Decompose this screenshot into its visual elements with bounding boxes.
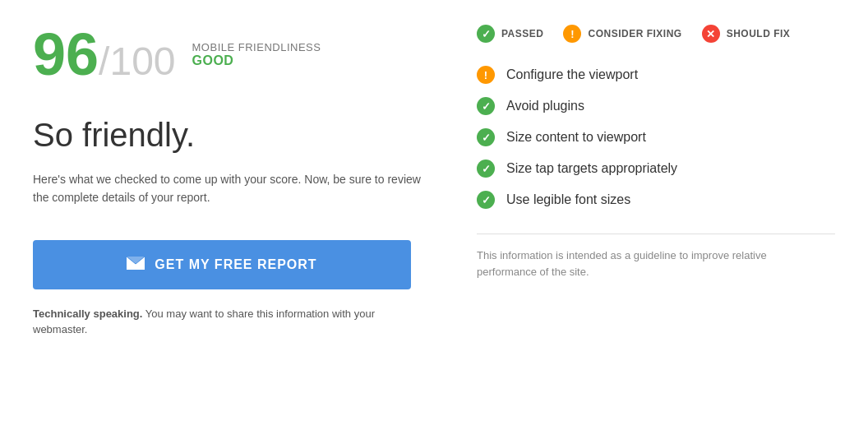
cta-label: GET MY FREE REPORT — [155, 257, 316, 272]
checklist-item-4: ✓ Use legible font sizes — [477, 191, 835, 209]
consider-icon: ! — [563, 25, 581, 43]
checklist-item-0: ! Configure the viewport — [477, 66, 835, 84]
item-icon-0: ! — [477, 66, 495, 84]
score-separator: / — [99, 42, 109, 81]
score-label: MOBILE FRIENDLINESS GOOD — [192, 41, 321, 68]
checklist: ! Configure the viewport ✓ Avoid plugins… — [477, 66, 835, 209]
item-label-1: Avoid plugins — [506, 99, 584, 113]
legend-consider: ! CONSIDER FIXING — [563, 25, 681, 43]
checklist-item-3: ✓ Size tap targets appropriately — [477, 160, 835, 178]
section-divider — [477, 234, 835, 234]
main-container: 96 / 100 MOBILE FRIENDLINESS GOOD So fri… — [0, 0, 868, 444]
main-heading: So friendly. — [33, 117, 427, 154]
should-icon: ✕ — [702, 25, 720, 43]
score-total: 100 — [109, 42, 175, 81]
footnote: Technically speaking. You may want to sh… — [33, 306, 427, 338]
envelope-icon — [127, 257, 145, 273]
item-label-2: Size content to viewport — [506, 130, 646, 145]
passed-icon: ✓ — [477, 25, 495, 43]
item-label-3: Size tap targets appropriately — [506, 161, 677, 176]
item-label-0: Configure the viewport — [506, 67, 638, 82]
consider-label: CONSIDER FIXING — [588, 28, 681, 39]
score-section: 96 / 100 MOBILE FRIENDLINESS GOOD — [33, 25, 427, 84]
item-icon-1: ✓ — [477, 97, 495, 115]
score-title: MOBILE FRIENDLINESS — [192, 41, 321, 53]
left-panel: 96 / 100 MOBILE FRIENDLINESS GOOD So fri… — [33, 25, 427, 419]
item-icon-4: ✓ — [477, 191, 495, 209]
item-icon-2: ✓ — [477, 128, 495, 146]
should-label: SHOULD FIX — [727, 28, 791, 39]
legend-should: ✕ SHOULD FIX — [702, 25, 791, 43]
right-panel: ✓ PASSED ! CONSIDER FIXING ✕ SHOULD FIX … — [477, 25, 835, 419]
passed-label: PASSED — [501, 28, 543, 39]
description-text: Here's what we checked to come up with y… — [33, 170, 427, 207]
cta-button[interactable]: GET MY FREE REPORT — [33, 240, 411, 289]
score-value: 96 — [33, 25, 99, 84]
legend-passed: ✓ PASSED — [477, 25, 543, 43]
legend: ✓ PASSED ! CONSIDER FIXING ✕ SHOULD FIX — [477, 25, 835, 43]
checklist-item-1: ✓ Avoid plugins — [477, 97, 835, 115]
footnote-bold: Technically speaking. — [33, 308, 142, 320]
checklist-item-2: ✓ Size content to viewport — [477, 128, 835, 146]
score-status: GOOD — [192, 53, 321, 68]
item-icon-3: ✓ — [477, 160, 495, 178]
item-label-4: Use legible font sizes — [506, 192, 630, 207]
guideline-text: This information is intended as a guidel… — [477, 247, 773, 280]
